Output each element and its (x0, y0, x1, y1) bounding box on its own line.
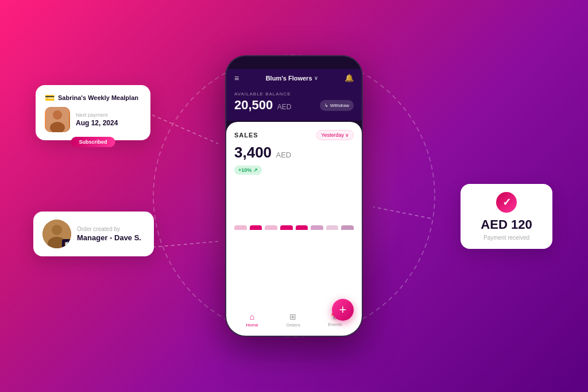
sales-filter[interactable]: Yesterday ∨ (316, 130, 354, 140)
payment-check-icon: ✓ (496, 192, 517, 213)
bar-group-4 (296, 225, 308, 230)
bell-icon[interactable]: 🔔 (345, 74, 354, 82)
order-name: Manager - Dave S. (77, 233, 141, 242)
sales-currency: AED (276, 151, 292, 159)
nav-orders[interactable]: ⊞ Orders (286, 312, 300, 328)
order-badge-icon: 📋 (62, 239, 71, 248)
mealplan-card: 💳 Sabrina's Weekly Mealplan Next payment… (36, 85, 150, 140)
bar-group-3 (280, 225, 293, 230)
bar-6 (326, 225, 339, 230)
bar-2 (265, 225, 277, 230)
bar-group-5 (311, 225, 323, 230)
bar-5 (311, 225, 323, 230)
phone-notch (271, 56, 317, 69)
balance-label: AVAILABLE BALANCE (234, 91, 354, 97)
nav-events-label: Events (328, 322, 342, 327)
bottom-nav: ⌂ Home ⊞ Orders + 📅 Events (226, 308, 362, 336)
nav-home-label: Home (246, 322, 258, 328)
menu-icon[interactable]: ≡ (234, 74, 239, 82)
sales-title: SALES (234, 132, 258, 139)
app-title: Blum's Flowers ∨ (266, 75, 318, 82)
mealplan-card-icon: 💳 (45, 93, 55, 102)
bar-1 (250, 225, 262, 230)
sales-badge: +10% ↗ (234, 166, 262, 175)
phone-header: ≡ Blum's Flowers ∨ 🔔 (226, 69, 362, 89)
payment-card: ✓ AED 120 Payment received (461, 184, 552, 249)
balance-section: AVAILABLE BALANCE 20,500 AED ↳ ↳ Withdra… (226, 89, 362, 121)
bar-0 (234, 225, 247, 230)
order-avatar: 📋 (42, 220, 71, 248)
fab-button[interactable]: + (332, 299, 354, 321)
svg-point-5 (53, 110, 62, 120)
bar-group-7 (341, 225, 354, 230)
fab-icon: + (339, 303, 347, 316)
bar-group-0 (234, 225, 247, 230)
mealplan-avatar (45, 107, 70, 132)
payment-amount: AED 120 (470, 217, 543, 232)
sales-card: SALES Yesterday ∨ 3,400 AED +10% ↗ (226, 122, 362, 308)
svg-point-8 (52, 225, 62, 235)
phone: ≡ Blum's Flowers ∨ 🔔 AVAILABLE BALANCE 2… (225, 55, 363, 337)
bar-group-2 (265, 225, 277, 230)
sales-amount: 3,400 (234, 144, 272, 161)
mealplan-date: Aug 12, 2024 (76, 119, 118, 127)
mealplan-next-label: Next payment (76, 112, 118, 118)
bar-3 (280, 225, 293, 230)
bar-group-1 (250, 225, 262, 230)
order-label: Order created by (77, 226, 141, 232)
bar-7 (341, 225, 354, 230)
mealplan-card-title: Sabrina's Weekly Mealplan (58, 94, 138, 101)
withdraw-button[interactable]: ↳ ↳ Withdraw Withdraw (320, 100, 354, 111)
nav-orders-label: Orders (286, 322, 300, 328)
order-card: 📋 Order created by Manager - Dave S. (33, 212, 154, 256)
payment-label: Payment received (470, 235, 543, 241)
bar-chart (234, 180, 354, 232)
nav-home[interactable]: ⌂ Home (246, 312, 258, 328)
bar-group-6 (326, 225, 339, 230)
bar-4 (296, 225, 308, 230)
balance-amount: 20,500 (234, 98, 273, 112)
balance-currency: AED (277, 103, 292, 111)
subscribed-badge: Subscribed (71, 137, 115, 147)
